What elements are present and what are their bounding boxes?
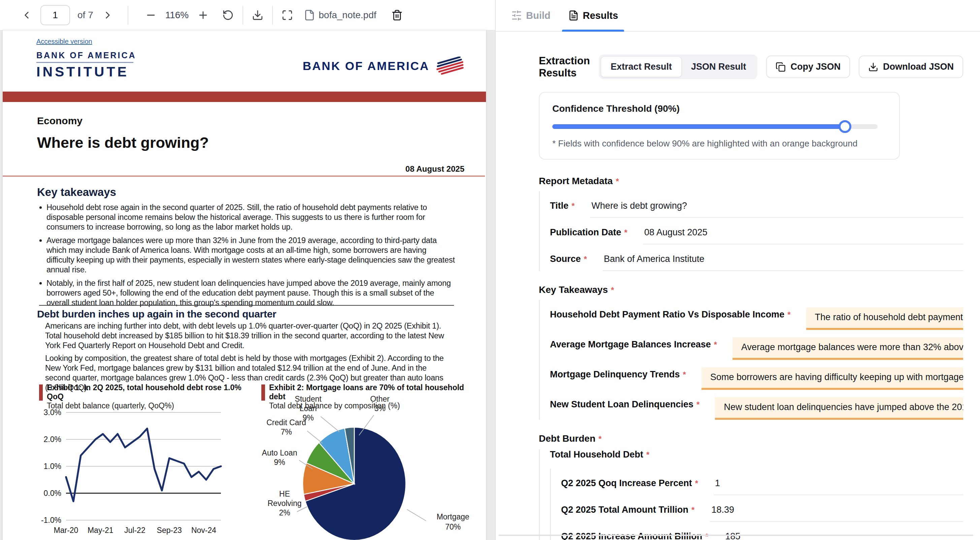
tab-build-label: Build: [526, 10, 550, 21]
svg-text:2%: 2%: [279, 508, 290, 517]
tab-build[interactable]: Build: [505, 0, 557, 31]
pie-chart-svg: Mortgage70%HERevolving2%Auto Loan9%Credi…: [256, 395, 492, 540]
svg-text:Credit Card: Credit Card: [266, 418, 306, 427]
document-date: 08 August 2025: [406, 164, 465, 174]
field-label: Q2 2025 Total Amount Trillion: [561, 505, 688, 515]
bofa-brand-logo: BANK OF AMERICA: [303, 57, 466, 75]
accessible-version-link[interactable]: Accessible version: [37, 38, 92, 46]
confidence-card: Confidence Threshold (90%) * Fields with…: [539, 92, 900, 160]
required-asterisk: *: [691, 505, 694, 515]
confidence-slider[interactable]: [552, 124, 878, 129]
prev-page-icon[interactable]: [21, 10, 32, 21]
copy-json-label: Copy JSON: [791, 62, 841, 72]
svg-text:1.0%: 1.0%: [44, 462, 61, 471]
required-asterisk: *: [611, 286, 614, 295]
next-page-icon[interactable]: [102, 10, 113, 21]
required-asterisk: *: [705, 532, 708, 540]
extraction-panel: Build Results Extraction Results Extract…: [495, 0, 980, 540]
field-label: Household Debt Payment Ratio Vs Disposab…: [550, 310, 784, 319]
field-value-source[interactable]: Bank of America Institute: [603, 252, 963, 271]
takeaway-bullet: Notably, in the first half of 2025, new …: [46, 278, 455, 308]
confidence-note: * Fields with confidence below 90% are h…: [552, 138, 886, 149]
exhibit1-title: Exhibit 1: In 2Q 2025, total household d…: [47, 383, 245, 401]
svg-text:Sep-23: Sep-23: [157, 526, 182, 535]
confidence-label: Confidence Threshold (90%): [552, 103, 886, 114]
delete-pdf-icon[interactable]: [391, 10, 403, 21]
field-value-student-loan[interactable]: New student loan delinquencies have jump…: [715, 397, 963, 420]
page-number-value: 1: [52, 10, 58, 21]
exhibit1-marker: [39, 384, 43, 400]
required-asterisk: *: [598, 434, 601, 443]
field-value-avg-mortgage[interactable]: Average mortgage balances were more than…: [732, 337, 963, 360]
copy-json-button[interactable]: Copy JSON: [766, 56, 850, 78]
svg-text:HE: HE: [279, 489, 290, 498]
field-row-student-loan: New Student Loan Delinquencies* New stud…: [550, 390, 963, 420]
svg-text:9%: 9%: [274, 458, 285, 467]
report-metadata-heading: Report Metadata: [539, 176, 612, 186]
pdf-viewer: 1 of 7 116%: [0, 0, 495, 540]
required-asterisk: *: [624, 228, 627, 237]
page-number-input[interactable]: 1: [40, 5, 70, 25]
document-red-rule: [3, 176, 485, 176]
key-takeaways-heading: Key Takeaways: [539, 284, 608, 295]
svg-text:Auto Loan: Auto Loan: [262, 448, 298, 457]
required-asterisk: *: [714, 340, 717, 349]
horizontal-scrollbar[interactable]: [498, 535, 973, 536]
document-title: Where is debt growing?: [37, 134, 209, 151]
required-asterisk: *: [646, 450, 649, 459]
toggle-extract-result[interactable]: Extract Result: [601, 57, 682, 77]
field-row-hh-debt-ratio: Household Debt Payment Ratio Vs Disposab…: [550, 300, 963, 330]
section-report-metadata: Report Metadata* Title* Where is debt gr…: [539, 176, 963, 271]
tab-results-label: Results: [583, 10, 618, 21]
download-pdf-icon[interactable]: [252, 10, 263, 21]
download-json-button[interactable]: Download JSON: [859, 56, 963, 78]
copy-icon: [776, 62, 786, 72]
field-value-publication-date[interactable]: 08 August 2025: [643, 225, 963, 245]
svg-text:0.0%: 0.0%: [44, 489, 61, 497]
line-chart-svg: 3.0%2.0%1.0%0.0%-1.0%Mar-20May-21Jul-22S…: [32, 402, 231, 537]
svg-text:Nov-24: Nov-24: [191, 526, 216, 535]
field-value-mortgage-delinquency[interactable]: Some borrowers are having difficulty kee…: [702, 367, 963, 390]
field-value-qoq-percent[interactable]: 1: [714, 476, 963, 495]
svg-text:Revolving: Revolving: [268, 499, 302, 508]
svg-text:Student: Student: [295, 395, 321, 403]
zoom-out-icon[interactable]: [145, 10, 157, 21]
total-household-debt-heading: Total Household Debt: [550, 449, 643, 459]
debt-burden-heading: Debt Burden: [539, 433, 595, 444]
fullscreen-icon[interactable]: [282, 10, 293, 21]
debt-burden-paragraph-1: Americans are inching further into debt,…: [45, 321, 453, 351]
takeaway-bullet: Average mortgage balances were up more t…: [46, 236, 455, 275]
tab-results[interactable]: Results: [562, 0, 624, 31]
bofa-flag-icon: [435, 57, 466, 75]
field-row-avg-mortgage: Average Mortgage Balances Increase* Aver…: [550, 330, 963, 360]
field-value-hh-debt-ratio[interactable]: The ratio of household debt payments to …: [806, 307, 964, 330]
rotate-icon[interactable]: [222, 10, 234, 21]
toolbar-divider: [242, 6, 243, 25]
result-view-toggle: Extract Result JSON Result: [599, 54, 757, 79]
required-asterisk: *: [616, 177, 619, 186]
field-label: Source: [550, 254, 581, 264]
results-header: Extraction Results Extract Result JSON R…: [539, 54, 963, 79]
field-label: Mortgage Delinquency Trends: [550, 369, 680, 380]
page-total-label: of 7: [78, 10, 93, 21]
svg-text:Mortgage: Mortgage: [436, 512, 469, 521]
download-json-label: Download JSON: [883, 62, 954, 72]
svg-text:3.0%: 3.0%: [44, 408, 61, 417]
field-row-publication-date: Publication Date* 08 August 2025: [550, 218, 963, 245]
field-row-increase-billion: Q2 2025 Increase Amount Billion* 185: [561, 522, 963, 540]
field-label: Title: [550, 201, 568, 211]
download-icon: [868, 62, 878, 72]
file-icon: [304, 10, 315, 21]
field-value-title[interactable]: Where is debt growing?: [590, 199, 963, 218]
results-title: Extraction Results: [539, 55, 599, 79]
field-value-total-trillion[interactable]: 18.39: [710, 503, 963, 522]
toggle-json-result[interactable]: JSON Result: [682, 57, 756, 77]
zoom-in-icon[interactable]: [197, 10, 209, 21]
svg-text:7%: 7%: [280, 427, 292, 436]
svg-text:-1.0%: -1.0%: [41, 516, 61, 524]
required-asterisk: *: [584, 254, 587, 264]
takeaway-bullet: Household debt rose again in the second …: [46, 203, 455, 232]
svg-text:Jul-22: Jul-22: [124, 526, 145, 535]
confidence-slider-knob[interactable]: [838, 120, 851, 133]
field-label: Q2 2025 Qoq Increase Percent: [561, 478, 692, 488]
